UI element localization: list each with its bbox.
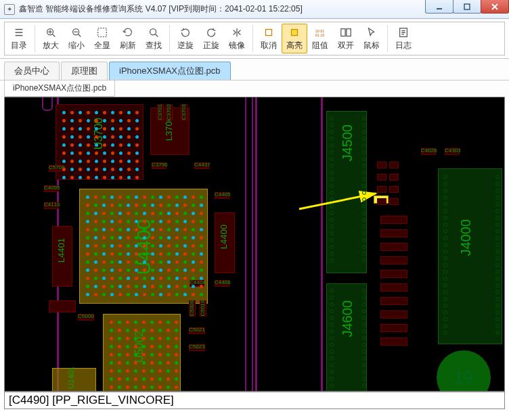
- minimize-button[interactable]: [425, 0, 453, 14]
- connector-pin: [362, 116, 366, 120]
- highlight-button[interactable]: 高亮: [282, 24, 307, 53]
- bga-pad: [135, 151, 139, 155]
- fit-button[interactable]: 全显: [89, 24, 115, 53]
- small-component[interactable]: [380, 216, 407, 224]
- bga-pad: [62, 168, 66, 171]
- zoom-in-button[interactable]: 放大: [38, 24, 64, 53]
- maximize-button[interactable]: [453, 0, 481, 14]
- bga-pad: [87, 119, 90, 122]
- small-component[interactable]: [380, 297, 407, 305]
- bga-pad: [119, 135, 123, 139]
- connector-pin: [330, 177, 334, 181]
- small-component[interactable]: [377, 198, 386, 205]
- component-J4000[interactable]: [438, 168, 502, 344]
- bga-pad: [87, 151, 90, 155]
- window-titlebar: ✦ 鑫智造 智能终端设备维修查询系统 V4.07 [VIP到期时间：2041-0…: [0, 0, 509, 19]
- bga-pad: [175, 386, 178, 389]
- label-C5010: C5010: [200, 300, 206, 317]
- bga-pad: [127, 160, 131, 163]
- small-component[interactable]: [380, 337, 407, 346]
- log-button[interactable]: 日志: [391, 24, 416, 53]
- bga-pad: [167, 195, 171, 199]
- bga-pad: [167, 252, 171, 256]
- small-component[interactable]: [389, 162, 399, 168]
- search-button[interactable]: 查找: [141, 24, 167, 53]
- small-component[interactable]: [377, 186, 386, 193]
- small-component[interactable]: [380, 283, 407, 291]
- zoom-out-button[interactable]: 缩小: [64, 24, 89, 53]
- small-component[interactable]: [380, 310, 407, 319]
- small-component[interactable]: [377, 174, 386, 181]
- small-component[interactable]: [389, 174, 399, 181]
- bga-pad: [102, 212, 106, 215]
- catalog-button[interactable]: 目录: [6, 24, 32, 53]
- log-icon: [397, 26, 410, 39]
- connector-pin: [330, 116, 334, 120]
- bga-pad: [119, 160, 123, 163]
- bga-pad: [79, 168, 82, 171]
- component-FL3725[interactable]: [49, 300, 76, 312]
- connector-pin: [495, 290, 500, 294]
- connector-pin: [443, 175, 447, 179]
- bga-pad: [134, 329, 137, 332]
- pcb-canvas[interactable]: U4400 U3700 U5002 U1401 L3700 L4400 L440…: [4, 97, 505, 392]
- rotate-cw-button[interactable]: 正旋: [198, 24, 224, 53]
- mouse-button[interactable]: 鼠标: [359, 24, 384, 53]
- separator: [169, 25, 170, 52]
- close-button[interactable]: [481, 0, 509, 14]
- refresh-button[interactable]: 刷新: [115, 24, 141, 53]
- bga-pad: [94, 260, 97, 264]
- connector-pin: [362, 323, 366, 327]
- mirror-button[interactable]: 镜像: [224, 24, 250, 53]
- document-tabs: iPhoneXSMAX点位图.pcb: [0, 80, 509, 97]
- bga-pad: [118, 228, 122, 231]
- bga-pad: [175, 337, 178, 340]
- bga-pad: [86, 269, 89, 272]
- bga-pad: [159, 220, 162, 223]
- bga-pad: [135, 160, 139, 163]
- bga-pad: [135, 176, 139, 179]
- bga-pad: [134, 369, 137, 373]
- connector-pin: [330, 350, 334, 354]
- bga-pad: [119, 127, 123, 131]
- bga-pad: [159, 236, 162, 239]
- small-component[interactable]: [380, 243, 407, 251]
- small-component[interactable]: [380, 270, 407, 278]
- connector-pin: [330, 370, 334, 374]
- small-component[interactable]: [380, 324, 407, 332]
- rotate-ccw-button[interactable]: 逆旋: [173, 24, 198, 53]
- connector-pin: [362, 383, 366, 388]
- bga-pad: [79, 151, 82, 155]
- small-component[interactable]: [380, 256, 407, 264]
- bga-pad: [135, 204, 138, 207]
- bga-pad: [111, 168, 114, 171]
- connector-pin: [330, 218, 334, 222]
- doc-tab-0[interactable]: iPhoneXSMAX点位图.pcb: [4, 80, 115, 97]
- resist-button[interactable]: 10 0101 10阻值: [307, 24, 333, 53]
- dual-button[interactable]: 双开: [333, 24, 359, 53]
- label-L4400: L4400: [219, 225, 229, 249]
- bga-pad: [102, 269, 106, 272]
- connector-pin: [330, 289, 334, 293]
- highlight-label: 高亮: [286, 40, 303, 51]
- connector-pin: [443, 223, 447, 227]
- bga-pad: [127, 269, 130, 272]
- bga-pad: [135, 244, 138, 248]
- bga-pad: [175, 321, 178, 324]
- bga-pad: [102, 260, 106, 264]
- cancel-button[interactable]: 取消: [256, 24, 282, 53]
- tab-pcb[interactable]: iPhoneXSMAX点位图.pcb: [109, 62, 231, 80]
- bga-pad: [111, 127, 114, 131]
- small-component[interactable]: [389, 198, 399, 205]
- small-component[interactable]: [389, 186, 399, 193]
- tab-schematic[interactable]: 原理图: [61, 62, 108, 80]
- bga-pad: [134, 377, 137, 381]
- small-component[interactable]: [377, 162, 386, 168]
- tab-member[interactable]: 会员中心: [4, 62, 60, 80]
- small-component[interactable]: [380, 229, 407, 237]
- bga-pad: [94, 293, 97, 296]
- connector-pin: [330, 363, 334, 367]
- bga-pad: [150, 353, 154, 356]
- bga-pad: [135, 228, 138, 231]
- bga-pad: [192, 260, 195, 264]
